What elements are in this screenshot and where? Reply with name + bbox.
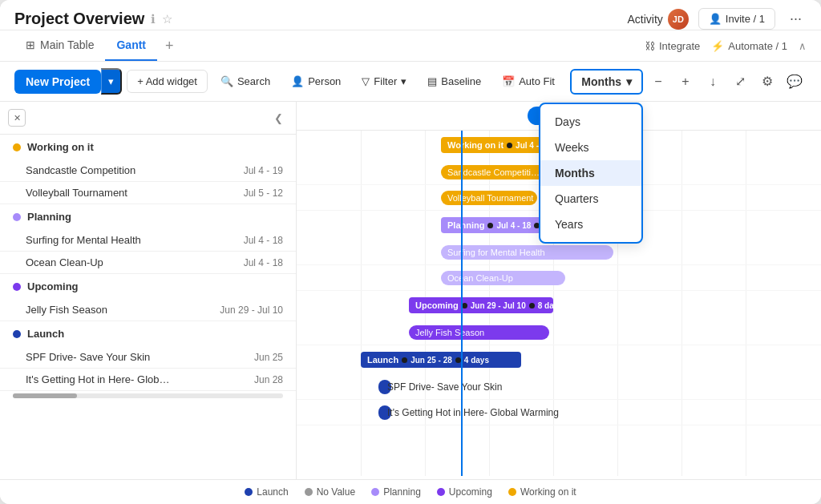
invite-button[interactable]: 👤 Invite / 1 <box>698 8 775 30</box>
baseline-button[interactable]: ▤ Baseline <box>419 71 489 92</box>
task-dates: Jun 25 <box>254 352 283 363</box>
scroll-track[interactable] <box>13 393 283 398</box>
task-dates: Jul 5 - 12 <box>244 187 283 199</box>
gantt-bar-label: SPF Drive- Save Your Skin <box>387 381 502 393</box>
task-dates: Jun 29 - Jul 10 <box>220 304 283 316</box>
activity-button[interactable]: Activity JD <box>628 9 689 30</box>
person-icon: 👤 <box>709 13 722 25</box>
task-name: SPF Drive- Save Your Skin <box>26 351 246 363</box>
main-content: ✕ ❮ Working on it Sandcastle Competition… <box>0 102 821 479</box>
group-dot-upcoming <box>13 283 21 291</box>
task-name: Surfing for Mental Health <box>26 234 236 246</box>
calendar-icon: 📅 <box>502 75 515 87</box>
task-dates: Jul 4 - 18 <box>244 257 283 268</box>
task-name: Jelly Fish Season <box>26 304 212 316</box>
task-row: It's Getting Hot in Here- Glob… Jun 28 <box>0 369 296 391</box>
scroll-thumb[interactable] <box>13 393 77 398</box>
time-option-quarters[interactable]: Quarters <box>540 186 641 212</box>
integrate-label: Integrate <box>659 40 700 52</box>
filter-label: Filter <box>374 75 397 87</box>
settings-button[interactable]: ⚙ <box>755 70 779 94</box>
tab-gantt[interactable]: Gantt <box>105 30 157 61</box>
collapse-arrow-button[interactable]: ❮ <box>269 108 288 127</box>
tab-main-table[interactable]: ⊞ Main Table <box>14 30 105 61</box>
search-label: Search <box>237 75 270 87</box>
minus-button[interactable]: − <box>646 70 670 94</box>
time-dropdown-menu: Days Weeks Months Quarters Years <box>539 103 643 244</box>
new-project-dropdown-button[interactable]: ▾ <box>101 68 122 95</box>
task-row: Surfing for Mental Health Jul 4 - 18 <box>0 229 296 252</box>
left-panel: ✕ ❮ Working on it Sandcastle Competition… <box>0 102 297 479</box>
task-row: Volleyball Tournament Jul 5 - 12 <box>0 182 296 204</box>
gantt-bar: Volleyball Tournament <box>441 191 537 205</box>
tab-gantt-label: Gantt <box>116 38 146 51</box>
group-dot-working <box>13 143 21 151</box>
download-button[interactable]: ↓ <box>701 70 725 94</box>
task-dates: Jul 4 - 18 <box>244 235 283 246</box>
title-left: Project Overview ℹ ☆ <box>14 10 172 28</box>
add-widget-button[interactable]: + Add widget <box>127 70 208 93</box>
legend-dot-planning <box>371 488 379 496</box>
person-label: Person <box>308 75 341 87</box>
time-option-weeks[interactable]: Weeks <box>540 135 641 160</box>
star-icon[interactable]: ☆ <box>162 12 172 26</box>
expand-button[interactable]: ⤢ <box>728 70 752 94</box>
baseline-label: Baseline <box>441 75 481 87</box>
automate-label: Automate / 1 <box>728 40 787 52</box>
gantt-bar: Surfing for Mental Health <box>441 245 613 260</box>
group-label-planning: Planning <box>27 211 71 223</box>
title-bar: Project Overview ℹ ☆ Activity JD 👤 Invit… <box>0 0 821 30</box>
title-right: Activity JD 👤 Invite / 1 ··· <box>628 8 807 30</box>
person-icon: 👤 <box>291 75 304 87</box>
collapse-x-button[interactable]: ✕ <box>8 109 26 127</box>
invite-label: Invite / 1 <box>726 13 765 25</box>
auto-fit-button[interactable]: 📅 Auto Fit <box>494 71 563 92</box>
tab-main-table-label: Main Table <box>40 38 94 51</box>
person-button[interactable]: 👤 Person <box>283 71 349 92</box>
plus-button[interactable]: + <box>673 70 698 94</box>
toolbar-right: Months ▾ Days Weeks Months Quarters Year… <box>570 69 807 95</box>
group-label-working: Working on it <box>27 141 94 153</box>
task-name: Ocean Clean-Up <box>26 256 236 268</box>
add-tab-button[interactable]: + <box>157 31 182 61</box>
automate-button[interactable]: ⚡ Automate / 1 <box>711 40 787 52</box>
time-option-months[interactable]: Months <box>540 160 641 186</box>
legend-dot-launch <box>245 488 253 496</box>
legend-dot-upcoming <box>437 488 445 496</box>
legend-dot-novalue <box>305 488 313 496</box>
new-project-button[interactable]: New Project <box>14 70 101 94</box>
more-button[interactable]: ··· <box>785 9 807 29</box>
legend-item-launch: Launch <box>245 486 288 498</box>
new-project-label: New Project <box>26 75 90 88</box>
legend-item-upcoming: Upcoming <box>437 486 492 498</box>
legend-label-launch: Launch <box>257 486 288 498</box>
group-row-working[interactable]: Working on it <box>0 135 296 159</box>
collapse-icon[interactable]: ∧ <box>799 40 807 52</box>
task-row: Ocean Clean-Up Jul 4 - 18 <box>0 252 296 274</box>
group-label-launch: Launch <box>27 328 64 340</box>
auto-fit-label: Auto Fit <box>519 75 555 87</box>
task-row: Sandcastle Competition Jul 4 - 19 <box>0 159 296 182</box>
filter-chevron: ▾ <box>401 75 406 87</box>
time-unit-label: Months <box>581 75 621 88</box>
gantt-task-row: SPF Drive- Save Your Skin <box>297 374 821 400</box>
time-option-years[interactable]: Years <box>540 212 641 237</box>
gantt-task-row: Surfing for Mental Health <box>297 240 821 265</box>
task-row: Jelly Fish Season Jun 29 - Jul 10 <box>0 299 296 321</box>
app-window: Project Overview ℹ ☆ Activity JD 👤 Invit… <box>0 0 821 504</box>
time-option-days[interactable]: Days <box>540 109 641 135</box>
comment-button[interactable]: 💬 <box>783 70 807 94</box>
group-row-launch[interactable]: Launch <box>0 321 296 346</box>
left-panel-header: ✕ ❮ <box>0 102 296 135</box>
legend-item-working: Working on it <box>508 486 576 498</box>
info-icon[interactable]: ℹ <box>151 12 156 26</box>
avatar: JD <box>668 9 689 30</box>
group-dot-planning <box>13 213 21 221</box>
search-button[interactable]: 🔍 Search <box>212 71 278 92</box>
search-icon: 🔍 <box>220 75 233 87</box>
time-unit-dropdown[interactable]: Months ▾ <box>570 69 643 95</box>
integrate-button[interactable]: ⛓ Integrate <box>645 40 700 52</box>
group-row-upcoming[interactable]: Upcoming <box>0 274 296 299</box>
filter-button[interactable]: ▽ Filter ▾ <box>354 71 415 92</box>
group-row-planning[interactable]: Planning <box>0 204 296 229</box>
